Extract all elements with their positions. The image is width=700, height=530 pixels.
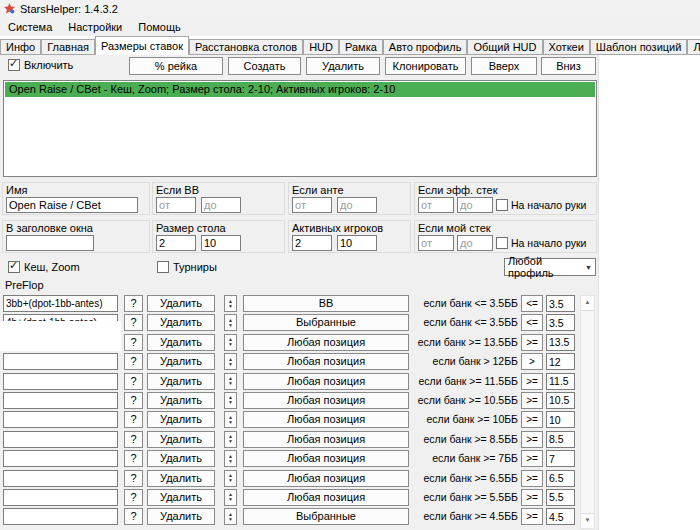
help-button[interactable]: ? [124, 392, 143, 409]
menu-help[interactable]: Помощь [130, 19, 189, 35]
row-move-spinner[interactable]: ▲ ▼ [224, 353, 237, 370]
op-button[interactable]: >= [521, 411, 543, 428]
my-stack-from-input[interactable] [418, 235, 454, 251]
delete-row-button[interactable]: Удалить [147, 373, 215, 390]
create-button[interactable]: Создать [228, 57, 301, 75]
help-button[interactable]: ? [124, 508, 143, 525]
position-button[interactable]: Любая позиция [243, 470, 409, 487]
position-button[interactable]: Любая позиция [243, 334, 409, 351]
help-button[interactable]: ? [124, 470, 143, 487]
delete-row-button[interactable]: Удалить [147, 489, 215, 506]
delete-row-button[interactable]: Удалить [147, 353, 215, 370]
tab-расстановка-столов[interactable]: Расстановка столов [189, 39, 303, 55]
op-button[interactable]: >= [521, 470, 543, 487]
menu-system[interactable]: Система [0, 19, 60, 35]
if-bb-from-input[interactable] [156, 197, 196, 213]
tab-размеры-ставок[interactable]: Размеры ставок [95, 36, 189, 55]
formula-input[interactable] [3, 470, 118, 487]
delete-row-button[interactable]: Удалить [147, 314, 215, 331]
help-button[interactable]: ? [124, 450, 143, 467]
value-input[interactable] [546, 373, 575, 390]
eff-stack-to-input[interactable] [457, 197, 493, 213]
tab-любимое-м[interactable]: Любимое м [687, 39, 700, 55]
row-move-spinner[interactable]: ▲ ▼ [224, 411, 237, 428]
help-button[interactable]: ? [124, 295, 143, 312]
op-button[interactable]: >= [521, 431, 543, 448]
delete-row-button[interactable]: Удалить [147, 334, 215, 351]
value-input[interactable] [546, 489, 575, 506]
value-input[interactable] [546, 470, 575, 487]
clone-button[interactable]: Клонировать [385, 57, 466, 75]
my-stack-to-input[interactable] [457, 235, 493, 251]
value-input[interactable] [546, 392, 575, 409]
row-move-spinner[interactable]: ▲ ▼ [224, 450, 237, 467]
op-button[interactable]: <= [521, 295, 543, 312]
op-button[interactable]: >= [521, 373, 543, 390]
formula-input[interactable] [3, 411, 118, 428]
tab-общий-hud[interactable]: Общий HUD [467, 39, 542, 55]
tab-хоткеи[interactable]: Хоткеи [543, 39, 590, 55]
tab-главная[interactable]: Главная [41, 39, 95, 55]
list-item-selected[interactable]: Open Raise / CBet - Кеш, Zoom; Размер ст… [5, 82, 595, 97]
my-stack-hand-start-checkbox[interactable]: На начало руки [496, 237, 587, 249]
window-title-input[interactable] [6, 235, 94, 251]
position-button[interactable]: ВВ [243, 295, 409, 312]
delete-row-button[interactable]: Удалить [147, 431, 215, 448]
op-button[interactable]: >= [521, 334, 543, 351]
op-button[interactable]: >= [521, 508, 543, 525]
row-move-spinner[interactable]: ▲ ▼ [224, 295, 237, 312]
value-input[interactable] [546, 411, 575, 428]
row-move-spinner[interactable]: ▲ ▼ [224, 392, 237, 409]
value-input[interactable] [546, 431, 575, 448]
cash-zoom-checkbox[interactable]: Кеш, Zoom [8, 261, 80, 273]
delete-row-button[interactable]: Удалить [147, 411, 215, 428]
scroll-up-icon[interactable]: ▲ [581, 296, 594, 311]
op-button[interactable]: >= [521, 392, 543, 409]
op-button[interactable]: >= [521, 489, 543, 506]
delete-row-button[interactable]: Удалить [147, 392, 215, 409]
formula-input[interactable] [3, 392, 118, 409]
position-button[interactable]: Любая позиция [243, 411, 409, 428]
if-bb-to-input[interactable] [201, 197, 241, 213]
help-button[interactable]: ? [124, 353, 143, 370]
profiles-list[interactable]: Open Raise / CBet - Кеш, Zoom; Размер ст… [3, 80, 597, 177]
delete-row-button[interactable]: Удалить [147, 295, 215, 312]
op-button[interactable]: > [521, 353, 543, 370]
preflop-scrollbar[interactable]: ▲ ▼ [580, 295, 595, 529]
position-button[interactable]: Любая позиция [243, 392, 409, 409]
position-button[interactable]: Выбранные [243, 508, 409, 525]
row-move-spinner[interactable]: ▲ ▼ [224, 431, 237, 448]
position-button[interactable]: Любая позиция [243, 373, 409, 390]
formula-input[interactable] [3, 431, 118, 448]
value-input[interactable] [546, 295, 575, 312]
row-move-spinner[interactable]: ▲ ▼ [224, 470, 237, 487]
tournaments-checkbox[interactable]: Турниры [157, 261, 217, 273]
move-down-button[interactable]: Вниз [541, 57, 596, 75]
name-input[interactable] [6, 197, 138, 213]
value-input[interactable] [546, 450, 575, 467]
table-size-to-input[interactable] [201, 235, 241, 251]
active-players-from-input[interactable] [292, 235, 332, 251]
eff-stack-hand-start-checkbox[interactable]: На начало руки [496, 199, 587, 211]
formula-input[interactable] [3, 353, 118, 370]
formula-input[interactable] [3, 450, 118, 467]
rake-percent-button[interactable]: % рейка [129, 57, 223, 75]
table-size-from-input[interactable] [156, 235, 196, 251]
delete-row-button[interactable]: Удалить [147, 508, 215, 525]
formula-input[interactable] [3, 508, 118, 525]
help-button[interactable]: ? [124, 314, 143, 331]
op-button[interactable]: >= [521, 450, 543, 467]
if-ante-from-input[interactable] [292, 197, 332, 213]
position-button[interactable]: Выбранные [243, 314, 409, 331]
position-button[interactable]: Любая позиция [243, 450, 409, 467]
tab-инфо[interactable]: Инфо [0, 39, 41, 55]
value-input[interactable] [546, 508, 575, 525]
formula-input[interactable] [3, 489, 118, 506]
position-button[interactable]: Любая позиция [243, 489, 409, 506]
tab-hud[interactable]: HUD [303, 39, 339, 55]
value-input[interactable] [546, 334, 575, 351]
eff-stack-from-input[interactable] [418, 197, 454, 213]
delete-button[interactable]: Удалить [306, 57, 380, 75]
tab-авто-профиль[interactable]: Авто профиль [383, 39, 468, 55]
enable-checkbox[interactable]: Включить [8, 59, 73, 71]
